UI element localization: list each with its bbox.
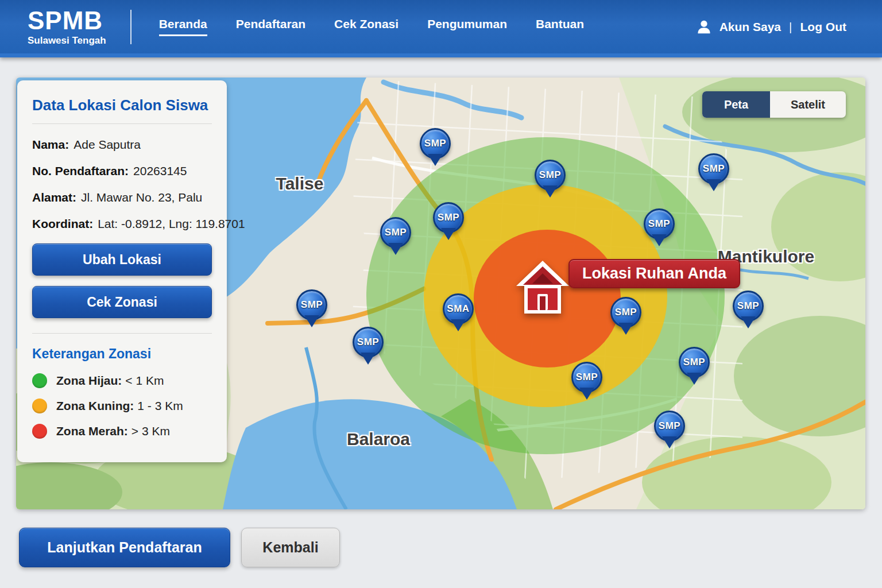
map-label-talise: Talise — [276, 174, 324, 194]
school-pin-label: SMP — [703, 163, 725, 175]
school-pin-smp-13[interactable]: SMP — [654, 411, 685, 442]
school-pin-smp-1[interactable]: SMP — [535, 160, 566, 191]
nav-item-cek-zonasi[interactable]: Cek Zonasi — [334, 17, 399, 36]
top-navbar: SPMB Sulawesi Tengah Beranda Pendaftaran… — [0, 0, 882, 57]
school-pin-smp-5[interactable]: SMP — [644, 208, 675, 239]
logout-link[interactable]: Log Out — [800, 20, 846, 34]
legend-divider — [32, 333, 212, 334]
school-pin-label: SMP — [683, 357, 705, 368]
school-pin-label: SMP — [539, 169, 561, 181]
field-alamat: Alamat:Jl. Mawar No. 23, Palu — [32, 191, 212, 204]
main-nav: Beranda Pendaftaran Cek Zonasi Pengumuma… — [159, 17, 584, 36]
school-pin-smp-8[interactable]: SMP — [610, 297, 641, 328]
map-view-toggle: Peta Satelit — [702, 91, 846, 118]
nav-item-beranda[interactable]: Beranda — [159, 17, 207, 36]
home-marker-icon[interactable] — [513, 258, 572, 316]
nav-item-pengumuman[interactable]: Pengumuman — [427, 17, 507, 36]
cek-zonasi-button[interactable]: Cek Zonasi — [32, 286, 212, 318]
school-pin-label: SMP — [385, 227, 407, 238]
legend-item-kuning: Zona Kuning:1 - 3 Km — [32, 399, 212, 413]
school-pin-label: SMP — [659, 420, 680, 432]
school-pin-label: SMP — [648, 218, 670, 230]
school-pin-smp-4[interactable]: SMP — [380, 217, 411, 248]
yellow-zone-dot — [32, 399, 47, 413]
green-zone-dot — [32, 373, 47, 388]
app-logo: SPMB Sulawesi Tengah — [0, 8, 106, 45]
field-nama: Nama:Ade Saputra — [32, 138, 212, 152]
panel-divider — [32, 123, 212, 124]
map-label-balaroa: Balaroa — [347, 430, 410, 449]
school-pin-label: SMP — [424, 138, 446, 149]
toggle-peta-button[interactable]: Peta — [702, 91, 770, 118]
account-separator: | — [788, 20, 793, 34]
legend-title: Keterangan Zonasi — [32, 346, 212, 362]
nav-item-pendaftaran[interactable]: Pendaftaran — [236, 17, 305, 36]
school-pin-label: SMP — [615, 307, 637, 318]
school-pin-label: SMP — [438, 212, 459, 223]
school-pin-smp-11[interactable]: SMP — [679, 347, 710, 378]
header-divider — [130, 10, 131, 44]
toggle-satelit-button[interactable]: Satelit — [770, 91, 846, 118]
school-pin-label: SMP — [301, 299, 323, 311]
legend-item-merah: Zona Merah:> 3 Km — [32, 424, 212, 439]
field-koordinat: Koordinat:Lat: -0.8912, Lng: 119.8701 — [32, 217, 212, 231]
school-pin-smp-12[interactable]: SMP — [571, 362, 602, 393]
kembali-button[interactable]: Kembali — [241, 528, 340, 567]
school-pin-smp-3[interactable]: SMP — [433, 202, 464, 233]
account-link[interactable]: Akun Saya — [719, 20, 781, 34]
school-pin-label: SMP — [576, 372, 598, 383]
legend-item-hijau: Zona Hijau:< 1 Km — [32, 373, 212, 388]
school-pin-smp-0[interactable]: SMP — [420, 128, 451, 159]
school-pin-smp-6[interactable]: SMP — [296, 289, 327, 320]
account-area: Akun Saya | Log Out — [695, 18, 882, 36]
student-location-panel: Data Lokasi Calon Siswa Nama:Ade Saputra… — [17, 80, 227, 462]
panel-title: Data Lokasi Calon Siswa — [32, 96, 212, 114]
ubah-lokasi-button[interactable]: Ubah Lokasi — [32, 243, 212, 276]
nav-item-bantuan[interactable]: Bantuan — [536, 17, 584, 36]
school-pin-sma-7[interactable]: SMA — [443, 293, 474, 324]
field-no-pendaftaran: No. Pendaftaran:20263145 — [32, 164, 212, 178]
school-pin-smp-2[interactable]: SMP — [698, 153, 729, 184]
home-location-badge: Lokasi Ruhan Anda — [568, 259, 740, 288]
user-icon — [695, 18, 713, 36]
school-pin-smp-10[interactable]: SMP — [353, 327, 384, 358]
app-logo-subtitle: Sulawesi Tengah — [28, 36, 106, 45]
school-pin-smp-9[interactable]: SMP — [733, 291, 764, 322]
red-zone-dot — [32, 424, 47, 439]
school-pin-label: SMA — [447, 303, 469, 315]
app-logo-title: SPMB — [28, 8, 106, 33]
school-pin-label: SMP — [357, 336, 379, 348]
lanjutkan-pendaftaran-button[interactable]: Lanjutkan Pendaftaran — [19, 528, 230, 567]
school-pin-label: SMP — [737, 300, 759, 312]
